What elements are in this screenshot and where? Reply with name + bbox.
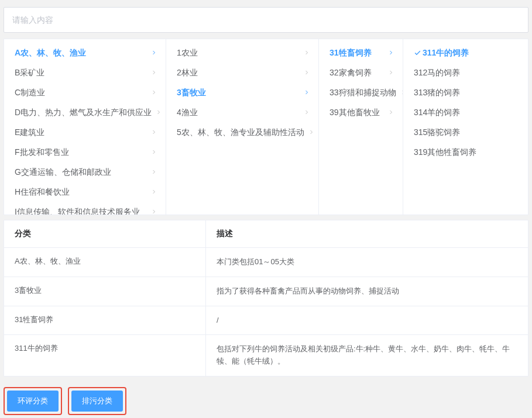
- cascade-item-label: E建筑业: [15, 127, 44, 137]
- chevron-right-icon: [308, 129, 315, 136]
- cascade-item-label: F批发和零售业: [15, 147, 69, 157]
- chevron-right-icon: [303, 69, 310, 76]
- cascade-item[interactable]: 5农、林、牧、渔专业及辅助性活动: [166, 122, 318, 142]
- cascade-item[interactable]: 314羊的饲养: [403, 102, 528, 122]
- chevron-right-icon: [387, 109, 394, 116]
- cascade-item[interactable]: 311牛的饲养: [403, 43, 528, 63]
- cascade-item[interactable]: 3畜牧业: [166, 82, 318, 102]
- cascade-item-label: 31牲畜饲养: [330, 47, 372, 58]
- cascade-item[interactable]: 312马的饲养: [403, 63, 528, 82]
- desc-category: A农、林、牧、渔业: [4, 248, 206, 277]
- desc-category: 311牛的饲养: [4, 335, 206, 376]
- desc-row: 311牛的饲养包括对下列牛的饲养活动及相关初级产品:牛:种牛、黄牛、水牛、奶牛、…: [4, 335, 528, 376]
- chevron-right-icon: [150, 89, 157, 96]
- cascade-item[interactable]: F批发和零售业: [4, 142, 166, 162]
- cascade-item-label: C制造业: [15, 87, 45, 98]
- cascade-item[interactable]: 1农业: [166, 43, 318, 63]
- chevron-right-icon: [155, 109, 162, 116]
- cascade-item[interactable]: 4渔业: [166, 102, 318, 122]
- chevron-right-icon: [150, 69, 157, 76]
- cascade-item-label: A农、林、牧、渔业: [15, 47, 86, 58]
- cascade-column-2: 31牲畜饲养32家禽饲养33狩猎和捕捉动物39其他畜牧业: [319, 39, 403, 215]
- chevron-right-icon: [150, 49, 157, 56]
- cascade-item-label: B采矿业: [15, 67, 44, 78]
- cascade-item-label: 2林业: [177, 67, 198, 78]
- env-eval-button[interactable]: 环评分类: [7, 391, 59, 412]
- cascade-item-label: G交通运输、仓储和邮政业: [15, 167, 111, 177]
- chevron-right-icon: [387, 69, 394, 76]
- cascade-item[interactable]: 39其他畜牧业: [319, 102, 403, 122]
- desc-header-category: 分类: [4, 220, 206, 247]
- desc-header-description: 描述: [206, 220, 528, 247]
- desc-category: 3畜牧业: [4, 277, 206, 306]
- search-box[interactable]: [4, 7, 528, 33]
- chevron-right-icon: [387, 49, 394, 56]
- desc-row: 31牲畜饲养/: [4, 306, 528, 336]
- desc-text: /: [206, 306, 528, 335]
- highlight-env-eval: 环评分类: [4, 387, 62, 415]
- cascade-item-label: H住宿和餐饮业: [15, 186, 70, 197]
- description-panel: 分类 描述 A农、林、牧、渔业本门类包括01～05大类3畜牧业指为了获得各种畜禽…: [4, 220, 528, 376]
- chevron-right-icon: [150, 208, 157, 215]
- cascade-item[interactable]: 2林业: [166, 63, 318, 82]
- cascade-item[interactable]: 32家禽饲养: [319, 63, 403, 82]
- cascade-item-label: 314羊的饲养: [414, 107, 460, 118]
- cascade-item[interactable]: 319其他牲畜饲养: [403, 142, 528, 162]
- cascade-item[interactable]: A农、林、牧、渔业: [4, 43, 166, 63]
- cascade-item[interactable]: E建筑业: [4, 122, 166, 142]
- cascade-item[interactable]: H住宿和餐饮业: [4, 182, 166, 202]
- chevron-right-icon: [303, 109, 310, 116]
- cascade-item-label: 1农业: [177, 47, 198, 58]
- cascade-item-label: 3畜牧业: [177, 87, 206, 98]
- cascade-item-label: D电力、热力、燃气及水生产和供应业: [15, 107, 152, 118]
- cascade-item-label: 5农、林、牧、渔专业及辅助性活动: [177, 127, 304, 137]
- chevron-right-icon: [150, 129, 157, 136]
- cascade-item[interactable]: C制造业: [4, 82, 166, 102]
- cascade-panel: A农、林、牧、渔业B采矿业C制造业D电力、热力、燃气及水生产和供应业E建筑业F批…: [4, 39, 528, 215]
- desc-category: 31牲畜饲养: [4, 306, 206, 335]
- cascade-item-label: 315骆驼饲养: [414, 127, 460, 137]
- desc-text: 本门类包括01～05大类: [206, 248, 528, 277]
- cascade-item[interactable]: B采矿业: [4, 63, 166, 82]
- cascade-item-label: 32家禽饲养: [330, 67, 372, 78]
- cascade-item-label: 33狩猎和捕捉动物: [330, 87, 396, 98]
- search-input[interactable]: [12, 15, 520, 25]
- check-icon: [414, 49, 421, 57]
- desc-row: A农、林、牧、渔业本门类包括01～05大类: [4, 248, 528, 277]
- cascade-item-label: I信息传输、软件和信息技术服务业: [15, 206, 140, 215]
- highlight-pollution: 排污分类: [68, 387, 126, 415]
- cascade-item-label: 319其他牲畜饲养: [414, 147, 476, 157]
- button-row: 环评分类 排污分类: [0, 376, 532, 418]
- cascade-column-1: 1农业2林业3畜牧业4渔业5农、林、牧、渔专业及辅助性活动: [166, 39, 319, 215]
- pollution-button[interactable]: 排污分类: [71, 391, 123, 412]
- cascade-item[interactable]: G交通运输、仓储和邮政业: [4, 162, 166, 182]
- desc-row: 3畜牧业指为了获得各种畜禽产品而从事的动物饲养、捕捉活动: [4, 277, 528, 306]
- cascade-item-label: 4渔业: [177, 107, 198, 118]
- cascade-item[interactable]: D电力、热力、燃气及水生产和供应业: [4, 102, 166, 122]
- cascade-item-label: 312马的饲养: [414, 67, 460, 78]
- cascade-item-label: 39其他畜牧业: [330, 107, 380, 118]
- cascade-item[interactable]: 313猪的饲养: [403, 82, 528, 102]
- cascade-item[interactable]: 33狩猎和捕捉动物: [319, 82, 403, 102]
- chevron-right-icon: [150, 188, 157, 195]
- chevron-right-icon: [150, 148, 157, 156]
- cascade-item[interactable]: 31牲畜饲养: [319, 43, 403, 63]
- chevron-right-icon: [303, 89, 310, 96]
- chevron-right-icon: [150, 168, 157, 175]
- cascade-item[interactable]: 315骆驼饲养: [403, 122, 528, 142]
- cascade-item-label: 311牛的饲养: [423, 47, 469, 58]
- cascade-column-0: A农、林、牧、渔业B采矿业C制造业D电力、热力、燃气及水生产和供应业E建筑业F批…: [4, 39, 166, 215]
- cascade-item[interactable]: I信息传输、软件和信息技术服务业: [4, 202, 166, 215]
- cascade-item-label: 313猪的饲养: [414, 87, 460, 98]
- chevron-right-icon: [303, 49, 310, 56]
- desc-text: 指为了获得各种畜禽产品而从事的动物饲养、捕捉活动: [206, 277, 528, 306]
- cascade-column-3: 311牛的饲养312马的饲养313猪的饲养314羊的饲养315骆驼饲养319其他…: [403, 39, 528, 215]
- desc-text: 包括对下列牛的饲养活动及相关初级产品:牛:种牛、黄牛、水牛、奶牛、肉牛、牦牛、牛…: [206, 335, 528, 376]
